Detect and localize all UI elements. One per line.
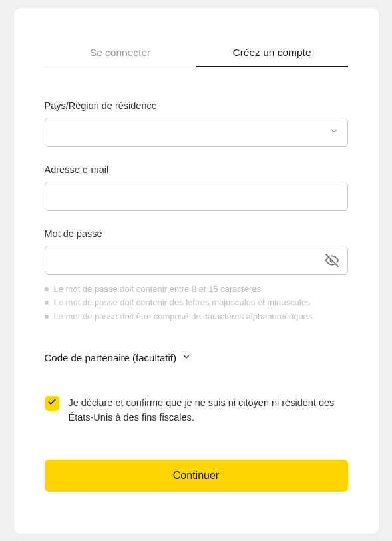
declaration-checkbox[interactable] xyxy=(45,396,59,411)
password-hint: Le mot de passe doit contenir entre 8 et… xyxy=(45,283,348,297)
country-select[interactable] xyxy=(45,118,348,147)
tab-register[interactable]: Créez un compte xyxy=(196,39,348,67)
password-input-wrap xyxy=(45,246,348,275)
password-hint-text: Le mot de passe doit contenir des lettre… xyxy=(54,296,311,310)
tab-login[interactable]: Se connecter xyxy=(45,39,196,67)
email-input-wrap xyxy=(45,182,348,211)
email-label: Adresse e-mail xyxy=(45,164,348,175)
email-input[interactable] xyxy=(45,182,348,211)
tab-register-label: Créez un compte xyxy=(232,47,311,58)
partner-code-toggle[interactable]: Code de partenaire (facultatif) xyxy=(45,352,348,363)
country-field: Pays/Région de résidence xyxy=(45,100,348,147)
declaration-text: Je déclare et confirme que je ne suis ni… xyxy=(69,395,348,425)
declaration-row: Je déclare et confirme que je ne suis ni… xyxy=(45,395,348,425)
password-hint: Le mot de passe doit être composé de car… xyxy=(45,310,348,324)
password-label: Mot de passe xyxy=(45,228,348,239)
password-hint-text: Le mot de passe doit contenir entre 8 et… xyxy=(54,283,261,297)
country-input-wrap xyxy=(45,118,348,147)
password-input[interactable] xyxy=(45,246,348,275)
password-hint-text: Le mot de passe doit être composé de car… xyxy=(54,310,313,324)
email-field: Adresse e-mail xyxy=(45,164,348,211)
password-field: Mot de passe Le mot de passe doit conten… xyxy=(45,228,348,324)
eye-off-icon[interactable] xyxy=(325,254,339,267)
continue-button[interactable]: Continuer xyxy=(45,460,348,492)
country-label: Pays/Région de résidence xyxy=(45,100,348,111)
auth-tabs: Se connecter Créez un compte xyxy=(45,39,348,67)
partner-code-label: Code de partenaire (facultatif) xyxy=(45,352,176,363)
continue-button-label: Continuer xyxy=(173,470,219,481)
password-hints: Le mot de passe doit contenir entre 8 et… xyxy=(45,283,348,324)
tab-login-label: Se connecter xyxy=(90,47,150,58)
signup-card: Se connecter Créez un compte Pays/Région… xyxy=(14,8,379,534)
chevron-down-icon xyxy=(182,352,191,363)
check-icon xyxy=(47,397,57,409)
password-hint: Le mot de passe doit contenir des lettre… xyxy=(45,296,348,310)
